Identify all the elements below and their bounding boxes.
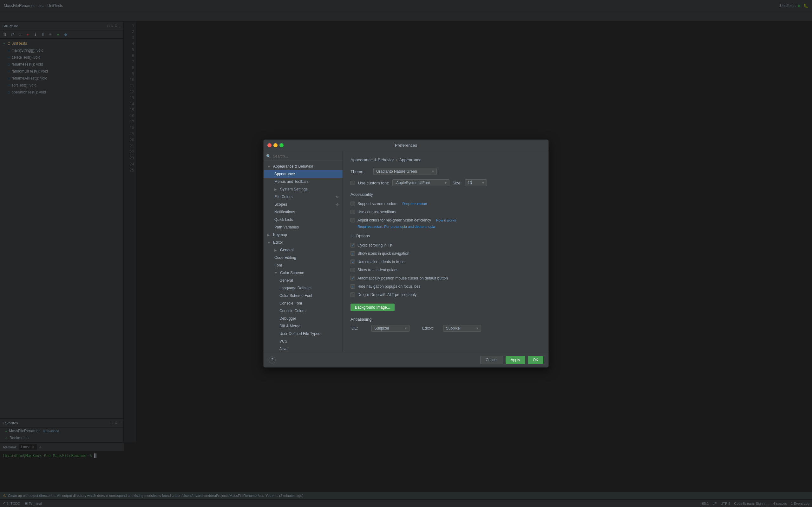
- cancel-button[interactable]: Cancel: [480, 356, 503, 364]
- ui-options-section: UI Options Cyclic scrolling in list Show…: [351, 233, 541, 311]
- dt-item-quick-lists[interactable]: Quick Lists: [264, 216, 343, 223]
- breadcrumb: Appearance & Behavior › Appearance: [351, 158, 541, 162]
- minimize-button[interactable]: [273, 143, 277, 147]
- dt-item-console-font[interactable]: Console Font: [264, 299, 343, 307]
- dt-item-diff-merge[interactable]: Diff & Merge: [264, 322, 343, 330]
- check-cyclic: Cyclic scrolling in list: [351, 241, 541, 249]
- background-image-button[interactable]: Background Image...: [351, 303, 395, 311]
- preferences-dialog: Preferences 🔍 ▼ Appearance & Behavior: [263, 139, 549, 368]
- dt-item-debugger[interactable]: Debugger: [264, 315, 343, 322]
- dt-item-user-file-types[interactable]: User-Defined File Types: [264, 330, 343, 337]
- check-mouse-cursor: Automatically position mouse cursor on d…: [351, 274, 541, 282]
- colorblind-checkbox[interactable]: [351, 218, 355, 222]
- theme-value: Gradianto Nature Green: [376, 169, 417, 174]
- footer-buttons: Cancel Apply OK: [480, 356, 543, 364]
- dialog-search-bar: 🔍: [264, 151, 343, 161]
- hide-nav-label: Hide navigation popups on focus loss: [357, 284, 420, 289]
- breadcrumb-separator: ›: [396, 158, 397, 162]
- help-button[interactable]: ?: [269, 356, 275, 363]
- check-smaller-indents: Use smaller indents in trees: [351, 258, 541, 266]
- help-icon: ?: [271, 358, 273, 362]
- check-tree-guides: Show tree indent guides: [351, 266, 541, 274]
- dt-item-cs-general[interactable]: General: [264, 277, 343, 284]
- close-button[interactable]: [267, 143, 271, 147]
- dt-item-menus-toolbars[interactable]: Menus and Toolbars: [264, 178, 343, 185]
- theme-dropdown-arrow: ▾: [432, 169, 434, 174]
- maximize-button[interactable]: [280, 143, 284, 147]
- check-row-contrast: Use contrast scrollbars: [351, 208, 541, 216]
- custom-font-label: Use custom font:: [358, 181, 389, 185]
- dt-item-cs-font[interactable]: Color Scheme Font: [264, 292, 343, 299]
- tree-guides-checkbox[interactable]: [351, 268, 355, 272]
- dt-item-code-editing[interactable]: Code Editing: [264, 254, 343, 262]
- editor-aa-value: Subpixel: [446, 326, 461, 331]
- dialog-tree: ▼ Appearance & Behavior Appearance Menus…: [264, 161, 343, 352]
- custom-font-checkbox[interactable]: [351, 181, 355, 185]
- smaller-indents-checkbox[interactable]: [351, 260, 355, 264]
- contrast-label: Use contrast scrollbars: [357, 210, 396, 214]
- check-hide-nav: Hide navigation popups on focus loss: [351, 283, 541, 290]
- theme-row: Theme: Gradianto Nature Green ▾: [351, 168, 541, 175]
- dialog-title: Preferences: [395, 143, 417, 148]
- how-it-works-link[interactable]: How it works: [436, 218, 456, 222]
- show-icons-label: Show icons in quick navigation: [357, 251, 409, 256]
- dialog-sidebar: 🔍 ▼ Appearance & Behavior Appearance M: [264, 151, 343, 352]
- font-select-dropdown[interactable]: .AppleSystemUIFont ▾: [392, 179, 450, 186]
- mouse-cursor-checkbox[interactable]: [351, 276, 355, 280]
- size-value: 13: [467, 181, 472, 185]
- screen-readers-checkbox[interactable]: [351, 202, 355, 206]
- size-select-dropdown[interactable]: 13 ▾: [465, 179, 487, 186]
- ide-aa-dropdown[interactable]: Subpixel ▾: [371, 325, 409, 332]
- screen-readers-label: Support screen readers: [357, 202, 397, 206]
- colorblind-label: Adjust colors for red-green vision defic…: [357, 218, 431, 222]
- dt-item-lang-defaults[interactable]: Language Defaults: [264, 284, 343, 292]
- font-dropdown-arrow: ▾: [445, 181, 447, 185]
- editor-aa-dropdown[interactable]: Subpixel ▾: [443, 325, 481, 332]
- theme-dropdown[interactable]: Gradianto Nature Green ▾: [373, 168, 437, 175]
- tree-guides-label: Show tree indent guides: [357, 268, 398, 272]
- dnd-checkbox[interactable]: [351, 292, 355, 297]
- dt-item-path-variables[interactable]: Path Variables: [264, 223, 343, 231]
- dt-item-appearance-behavior[interactable]: ▼ Appearance & Behavior: [264, 163, 343, 170]
- dt-item-font[interactable]: Font: [264, 262, 343, 269]
- dt-item-system-settings[interactable]: ▶ System Settings: [264, 185, 343, 193]
- dt-item-console-colors[interactable]: Console Colors: [264, 307, 343, 315]
- cyclic-label: Cyclic scrolling in list: [357, 243, 392, 247]
- dt-item-file-colors[interactable]: File Colors ⚙: [264, 193, 343, 201]
- dt-item-color-scheme[interactable]: ▼ Color Scheme: [264, 269, 343, 277]
- dt-item-vcs[interactable]: VCS: [264, 337, 343, 345]
- antialiasing-section: Antialiasing IDE: Subpixel ▾ Editor: Sub…: [351, 317, 541, 332]
- dialog-body: 🔍 ▼ Appearance & Behavior Appearance M: [264, 151, 548, 352]
- requires-restart-badge: Requires restart: [402, 202, 427, 206]
- custom-font-row: Use custom font: .AppleSystemUIFont ▾ Si…: [351, 179, 541, 186]
- search-input[interactable]: [273, 154, 340, 158]
- dnd-label: Drag-n-Drop with ALT pressed only: [357, 292, 416, 297]
- file-colors-gear-icon: ⚙: [336, 195, 339, 199]
- dt-item-editor[interactable]: ▼ Editor: [264, 239, 343, 246]
- scopes-gear-icon: ⚙: [336, 203, 339, 206]
- dt-item-notifications[interactable]: Notifications: [264, 208, 343, 216]
- antialiasing-title: Antialiasing: [351, 317, 541, 322]
- dt-item-appearance[interactable]: Appearance: [264, 170, 343, 178]
- cyclic-checkbox[interactable]: [351, 243, 355, 247]
- ide-aa-arrow: ▾: [405, 326, 407, 331]
- traffic-lights: [267, 143, 284, 147]
- font-value: .AppleSystemUIFont: [395, 181, 430, 185]
- aa-row: IDE: Subpixel ▾ Editor: Subpixel ▾: [351, 325, 541, 332]
- dt-item-general[interactable]: ▶ General: [264, 246, 343, 254]
- ide-aa-label: IDE:: [351, 326, 366, 331]
- dt-item-scopes[interactable]: Scopes ⚙: [264, 201, 343, 208]
- dialog-footer: ? Cancel Apply OK: [264, 352, 548, 367]
- dt-item-keymap[interactable]: ▶ Keymap: [264, 231, 343, 239]
- size-dropdown-arrow: ▾: [482, 181, 484, 185]
- show-icons-checkbox[interactable]: [351, 251, 355, 256]
- apply-button[interactable]: Apply: [506, 356, 525, 364]
- dialog-content: Appearance & Behavior › Appearance Theme…: [343, 151, 548, 352]
- hide-nav-checkbox[interactable]: [351, 284, 355, 289]
- ok-button[interactable]: OK: [528, 356, 543, 364]
- contrast-checkbox[interactable]: [351, 210, 355, 214]
- ui-options-title: UI Options: [351, 233, 541, 238]
- dt-item-java[interactable]: Java: [264, 345, 343, 352]
- editor-aa-arrow: ▾: [476, 326, 478, 331]
- check-row-colorblind: Adjust colors for red-green vision defic…: [351, 216, 541, 224]
